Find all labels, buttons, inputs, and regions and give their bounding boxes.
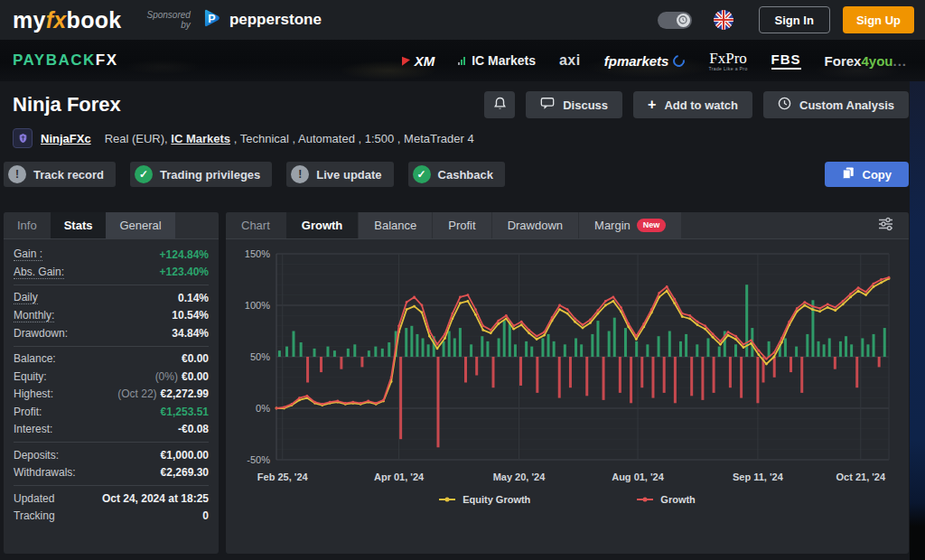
status-icon: ✓ (135, 165, 153, 183)
growth-chart[interactable]: 150%100%50%0%-50%Feb 25, '24Apr 01, '24M… (226, 239, 909, 505)
stat-label: Monthly: (14, 309, 54, 322)
stats-panel-tab[interactable]: Stats (51, 212, 107, 238)
broker-axi[interactable]: axi (559, 52, 581, 69)
stat-value: Oct 24, 2024 at 18:25 (102, 492, 209, 505)
stats-panel-tab[interactable]: General (106, 212, 174, 238)
sign-in-button[interactable]: Sign In (759, 6, 830, 33)
stat-label: Balance: (14, 352, 56, 365)
svg-text:100%: 100% (245, 300, 270, 311)
stat-value: €1,253.51 (161, 406, 209, 418)
sliders-icon (877, 216, 894, 235)
stat-value: 0 (202, 509, 209, 522)
ad-banner[interactable]: PAYBACKFX XM IC Markets axi fpmarkets Fx… (0, 40, 925, 81)
chart-tab[interactable]: Drawdown (492, 212, 579, 238)
broker-fbs[interactable]: FBS (771, 51, 801, 70)
status-badge[interactable]: ✓ Cashback (408, 162, 505, 187)
stat-label: Withdrawals: (14, 466, 76, 479)
account-shield-icon[interactable] (13, 128, 33, 148)
stat-value: +123.40% (160, 266, 209, 278)
stat-value: 10.54% (172, 309, 209, 322)
stat-label: Daily (14, 291, 38, 304)
stat-row: Monthly: 10.54% (14, 307, 209, 325)
myfxbook-logo[interactable]: myfxbook (13, 7, 122, 33)
stat-value: €0.00 (182, 352, 209, 365)
xm-icon (402, 55, 410, 65)
svg-text:Feb 25, '24: Feb 25, '24 (257, 471, 309, 482)
account-row: NinjaFXc Real (EUR), IC Markets , Techni… (13, 127, 912, 149)
stat-value: (0%)€0.00 (155, 370, 209, 383)
stat-label: Abs. Gain: (14, 266, 64, 279)
svg-text:Aug 01, '24: Aug 01, '24 (612, 471, 665, 482)
status-badge-label: Cashback (438, 168, 493, 182)
account-description: Real (EUR), IC Markets , Technical , Aut… (105, 132, 474, 145)
stat-row: Tracking 0 (14, 508, 209, 526)
chart-tab[interactable]: Profit (433, 212, 491, 238)
svg-text:150%: 150% (245, 248, 270, 259)
stat-value: €1,000.00 (161, 449, 209, 462)
chart-settings-button[interactable] (874, 212, 898, 238)
sponsor-name: pepperstone (229, 11, 322, 29)
status-badge-label: Live update (316, 168, 381, 182)
stat-label: Highest: (14, 387, 53, 400)
chart-tab[interactable]: MarginNew (579, 212, 682, 238)
broker-xm[interactable]: XM (402, 53, 435, 69)
add-to-watch-button[interactable]: + Add to watch (633, 91, 752, 118)
uk-flag-icon[interactable] (714, 10, 733, 30)
status-icon: ! (291, 165, 309, 183)
stats-list: Gain : +124.84% Abs. Gain: +123.40% Dail… (4, 239, 219, 554)
status-badge[interactable]: ✓ Trading privileges (130, 162, 272, 187)
broker-fpmarkets[interactable]: fpmarkets (604, 53, 686, 69)
stat-value: 0.14% (178, 292, 209, 304)
stat-value: +124.84% (160, 248, 209, 261)
divider (14, 285, 209, 285)
stat-label: Profit: (14, 406, 42, 418)
sign-up-button[interactable]: Sign Up (843, 6, 914, 33)
stat-label: Interest: (14, 423, 52, 435)
svg-text:50%: 50% (250, 351, 270, 362)
stat-row: Abs. Gain: +123.40% (14, 264, 209, 282)
stat-row: Highest: (Oct 22)€2,272.99 (14, 386, 209, 404)
paybackfx-logo[interactable]: PAYBACKFX (13, 51, 117, 70)
discuss-button[interactable]: Discuss (526, 91, 622, 118)
broker-forex4you[interactable]: Forex4you... (825, 53, 907, 69)
pepperstone-logo[interactable]: P pepperstone (200, 6, 322, 33)
legend-marker-icon (637, 499, 653, 500)
stat-value: 34.84% (172, 327, 209, 340)
svg-text:P: P (208, 13, 215, 25)
stat-row: Equity: (0%)€0.00 (14, 368, 209, 386)
notifications-button[interactable] (484, 91, 515, 118)
chart-tab[interactable]: Balance (359, 212, 433, 238)
stats-panel-tab[interactable]: Info (4, 212, 51, 238)
chart-tab[interactable]: Chart (226, 212, 286, 238)
custom-analysis-button[interactable]: Custom Analysis (763, 91, 909, 118)
legend-item[interactable]: Growth (637, 494, 696, 505)
stat-row: Balance: €0.00 (14, 350, 209, 369)
swoosh-icon (671, 52, 687, 69)
chart-tab[interactable]: Growth (286, 212, 360, 238)
broker-ic-markets[interactable]: IC Markets (458, 53, 536, 68)
stat-row: Withdrawals: €2,269.30 (14, 464, 209, 482)
status-icon: ! (8, 165, 26, 183)
stat-row: Drawdown: 34.84% (14, 324, 209, 342)
status-badge-label: Track record (33, 168, 104, 182)
clock-icon (778, 97, 791, 113)
status-badge[interactable]: ! Live update (286, 162, 393, 187)
stat-value: -€0.08 (178, 423, 209, 435)
chart-panel: ChartGrowthBalanceProfitDrawdownMarginNe… (226, 212, 909, 554)
broker-link[interactable]: IC Markets (171, 132, 230, 145)
broker-fxpro[interactable]: FxProTrade Like a Pro (708, 51, 747, 71)
svg-text:May 20, '24: May 20, '24 (493, 471, 547, 482)
legend-item[interactable]: Equity Growth (439, 494, 530, 505)
clock-toggle-icon (677, 14, 690, 27)
account-name-link[interactable]: NinjaFXc (41, 132, 91, 145)
copy-button[interactable]: Copy (825, 162, 910, 187)
status-icon: ✓ (413, 165, 431, 183)
divider (14, 485, 209, 486)
stat-label: Updated (14, 492, 54, 505)
theme-toggle[interactable] (658, 12, 692, 29)
growth-chart-svg[interactable]: 150%100%50%0%-50%Feb 25, '24Apr 01, '24M… (233, 243, 902, 489)
stat-value: (Oct 22)€2,272.99 (117, 387, 209, 400)
status-badge[interactable]: ! Track record (4, 162, 116, 187)
legend-marker-icon (439, 499, 455, 500)
main-content: InfoStatsGeneral Gain : +124.84% Abs. Ga… (4, 212, 909, 554)
